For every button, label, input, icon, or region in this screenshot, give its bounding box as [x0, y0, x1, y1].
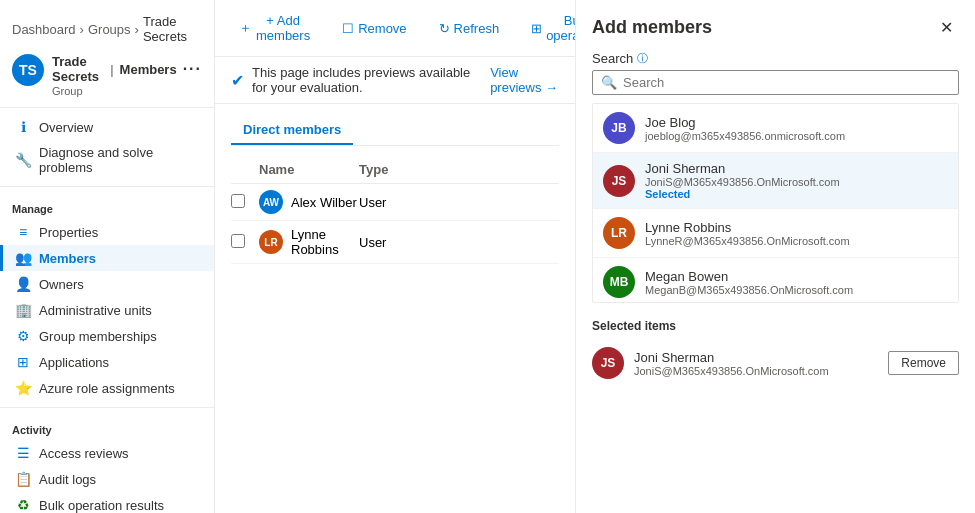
bulk-operations-button[interactable]: ⊞ Bulk operations ▾	[523, 8, 575, 48]
sidebar-label-members: Members	[39, 251, 96, 266]
result-selected-badge-joni: Selected	[645, 188, 840, 200]
result-item-lynne[interactable]: LR Lynne Robbins LynneR@M365x493856.OnMi…	[593, 209, 958, 258]
remove-icon: ☐	[342, 21, 354, 36]
result-email-megan: MeganB@M365x493856.OnMicrosoft.com	[645, 284, 853, 296]
row1-user: AW Alex Wilber	[259, 190, 359, 214]
add-members-button[interactable]: ＋ + Add members	[231, 8, 318, 48]
bulk-label: Bulk operations	[546, 13, 575, 43]
search-box[interactable]: 🔍	[592, 70, 959, 95]
avatar-joe: JB	[603, 112, 635, 144]
star-icon: ⭐	[15, 380, 31, 396]
refresh-button[interactable]: ↻ Refresh	[431, 16, 508, 41]
result-email-lynne: LynneR@M365x493856.OnMicrosoft.com	[645, 235, 850, 247]
sidebar-item-owners[interactable]: 👤 Owners	[0, 271, 214, 297]
col-extra	[479, 162, 559, 177]
apps-icon: ⊞	[15, 354, 31, 370]
sidebar-item-bulk-results[interactable]: ♻ Bulk operation results	[0, 492, 214, 513]
breadcrumb-sep1: ›	[80, 22, 84, 37]
sidebar-item-admin-units[interactable]: 🏢 Administrative units	[0, 297, 214, 323]
sidebar-item-diagnose[interactable]: 🔧 Diagnose and solve problems	[0, 140, 214, 180]
search-label: Search ⓘ	[592, 51, 959, 66]
ellipsis-menu[interactable]: ···	[183, 60, 202, 78]
close-button[interactable]: ✕	[934, 16, 959, 39]
sidebar-label-diagnose: Diagnose and solve problems	[39, 145, 202, 175]
members-icon: 👥	[15, 250, 31, 266]
sidebar-item-properties[interactable]: ≡ Properties	[0, 219, 214, 245]
row2-name: Lynne Robbins	[291, 227, 359, 257]
search-icon: 🔍	[601, 75, 617, 90]
search-input[interactable]	[623, 75, 950, 90]
group-icon2: ⚙	[15, 328, 31, 344]
activity-section-label: Activity	[0, 414, 214, 440]
sidebar-item-audit-logs[interactable]: 📋 Audit logs	[0, 466, 214, 492]
sidebar-item-group-memberships[interactable]: ⚙ Group memberships	[0, 323, 214, 349]
row2-checkbox[interactable]	[231, 234, 245, 248]
audit-icon: 📋	[15, 471, 31, 487]
sidebar-item-applications[interactable]: ⊞ Applications	[0, 349, 214, 375]
result-name-joe: Joe Blog	[645, 115, 845, 130]
group-type: Group	[52, 85, 202, 97]
result-name-lynne: Lynne Robbins	[645, 220, 850, 235]
result-info-lynne: Lynne Robbins LynneR@M365x493856.OnMicro…	[645, 220, 850, 247]
result-item-megan[interactable]: MB Megan Bowen MeganB@M365x493856.OnMicr…	[593, 258, 958, 303]
sidebar-label-overview: Overview	[39, 120, 93, 135]
preview-icon: ✔	[231, 71, 244, 90]
row2-checkbox-cell	[231, 234, 259, 251]
search-info-icon: ⓘ	[637, 51, 648, 66]
sidebar-item-members[interactable]: 👥 Members	[0, 245, 214, 271]
sidebar-label-applications: Applications	[39, 355, 109, 370]
panel-header: Add members ✕	[592, 16, 959, 39]
wrench-icon: 🔧	[15, 152, 31, 168]
add-members-panel: Add members ✕ Search ⓘ 🔍 JB Joe Blog joe…	[575, 0, 975, 513]
bulk-icon: ♻	[15, 497, 31, 513]
col-checkbox	[231, 162, 259, 177]
add-members-label: + Add members	[256, 13, 310, 43]
remove-button[interactable]: ☐ Remove	[334, 16, 414, 41]
sidebar-item-overview[interactable]: ℹ Overview	[0, 114, 214, 140]
sidebar-label-bulk-results: Bulk operation results	[39, 498, 164, 513]
sidebar-label-admin: Administrative units	[39, 303, 152, 318]
selected-items-section: Selected items JS Joni Sherman JoniS@M36…	[592, 319, 959, 385]
sidebar-label-audit-logs: Audit logs	[39, 472, 96, 487]
table-row: AW Alex Wilber User	[231, 184, 559, 221]
avatar-joni: JS	[603, 165, 635, 197]
breadcrumb-dashboard[interactable]: Dashboard	[12, 22, 76, 37]
result-email-joni: JoniS@M365x493856.OnMicrosoft.com	[645, 176, 840, 188]
result-item-joe[interactable]: JB Joe Blog joeblog@m365x493856.onmicros…	[593, 104, 958, 153]
table-header: Name Type	[231, 158, 559, 184]
row1-checkbox-cell	[231, 194, 259, 211]
result-item-joni[interactable]: JS Joni Sherman JoniS@M365x493856.OnMicr…	[593, 153, 958, 209]
row1-checkbox[interactable]	[231, 194, 245, 208]
toolbar: ＋ + Add members ☐ Remove ↻ Refresh ⊞ Bul…	[215, 0, 575, 57]
tab-bar: Direct members	[231, 116, 559, 146]
info-icon: ℹ	[15, 119, 31, 135]
selected-name-joni: Joni Sherman	[634, 350, 829, 365]
breadcrumb: Dashboard › Groups › Trade Secrets	[0, 8, 214, 48]
row1-name: Alex Wilber	[291, 195, 357, 210]
result-info-joni: Joni Sherman JoniS@M365x493856.OnMicroso…	[645, 161, 840, 200]
remove-selected-button[interactable]: Remove	[888, 351, 959, 375]
row2-type: User	[359, 235, 479, 250]
sidebar-item-access-reviews[interactable]: ☰ Access reviews	[0, 440, 214, 466]
manage-section-label: Manage	[0, 193, 214, 219]
table-row: LR Lynne Robbins User	[231, 221, 559, 264]
selected-items-label: Selected items	[592, 319, 959, 333]
pipe-separator: |	[110, 62, 113, 77]
group-name: Trade Secrets	[52, 54, 104, 84]
selected-avatar-joni: JS	[592, 347, 624, 379]
col-name: Name	[259, 162, 359, 177]
sidebar-item-azure-roles[interactable]: ⭐ Azure role assignments	[0, 375, 214, 401]
breadcrumb-current: Trade Secrets	[143, 14, 202, 44]
preview-text: This page includes previews available fo…	[252, 65, 482, 95]
group-title: Trade Secrets | Members ···	[52, 54, 202, 84]
refresh-label: Refresh	[454, 21, 500, 36]
result-info-megan: Megan Bowen MeganB@M365x493856.OnMicroso…	[645, 269, 853, 296]
breadcrumb-groups[interactable]: Groups	[88, 22, 131, 37]
main-content: ＋ + Add members ☐ Remove ↻ Refresh ⊞ Bul…	[215, 0, 575, 513]
result-name-joni: Joni Sherman	[645, 161, 840, 176]
add-icon: ＋	[239, 19, 252, 37]
row1-type: User	[359, 195, 479, 210]
tab-direct-members[interactable]: Direct members	[231, 116, 353, 145]
selected-item-joni: JS Joni Sherman JoniS@M365x493856.OnMicr…	[592, 341, 959, 385]
view-previews-link[interactable]: View previews →	[490, 65, 559, 95]
